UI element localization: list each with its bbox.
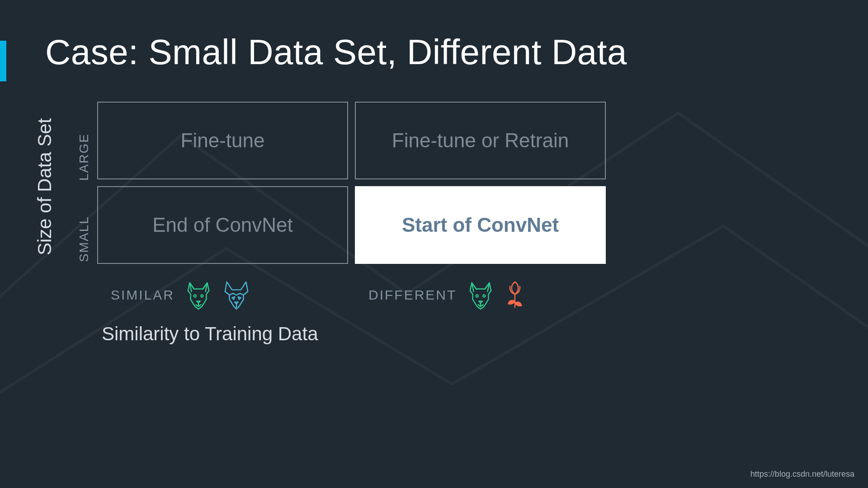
slide-title: Case: Small Data Set, Different Data xyxy=(45,32,627,73)
svg-point-2 xyxy=(476,295,478,297)
cell-small-different: Start of ConvNet xyxy=(355,186,606,264)
dog-icon xyxy=(184,280,212,310)
cell-large-similar: Fine-tune xyxy=(97,102,348,179)
x-tick-similar-label: SIMILAR xyxy=(111,287,175,303)
footer-attribution: https://blog.csdn.net/luteresa xyxy=(750,469,854,479)
x-tick-row: SIMILAR DIFFERENT xyxy=(97,280,606,310)
strategy-matrix: Fine-tune Fine-tune or Retrain End of Co… xyxy=(97,102,509,264)
y-axis-title: Size of Data Set xyxy=(34,118,56,256)
y-tick-small: SMALL xyxy=(77,216,91,262)
wolf-icon xyxy=(222,280,250,310)
x-tick-different: DIFFERENT xyxy=(355,280,606,310)
x-tick-different-label: DIFFERENT xyxy=(368,287,457,303)
flower-icon xyxy=(505,280,525,310)
svg-point-0 xyxy=(194,295,196,297)
dog-icon xyxy=(467,280,495,310)
svg-point-1 xyxy=(201,295,203,297)
svg-point-3 xyxy=(483,295,486,297)
cell-small-similar: End of ConvNet xyxy=(97,186,348,264)
x-axis-title: Similarity to Training Data xyxy=(102,323,318,345)
cell-large-different: Fine-tune or Retrain xyxy=(355,102,606,179)
y-tick-large: LARGE xyxy=(77,133,91,181)
x-tick-similar: SIMILAR xyxy=(97,280,348,310)
accent-bar xyxy=(0,41,6,81)
